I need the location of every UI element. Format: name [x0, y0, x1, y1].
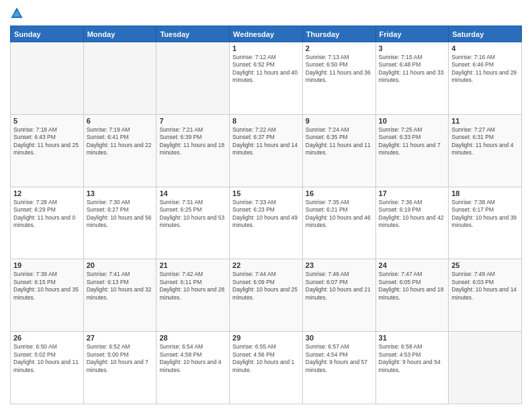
day-number: 18 [451, 189, 519, 197]
day-info: Sunrise: 7:46 AMSunset: 6:07 PMDaylight:… [306, 271, 373, 302]
calendar-cell: 1Sunrise: 7:12 AMSunset: 6:52 PMDaylight… [230, 42, 303, 115]
calendar-cell: 4Sunrise: 7:16 AMSunset: 6:46 PMDaylight… [449, 42, 522, 115]
calendar-cell: 11Sunrise: 7:27 AMSunset: 6:31 PMDayligh… [449, 114, 522, 187]
day-number: 22 [232, 261, 300, 269]
day-number: 15 [232, 189, 300, 197]
day-number: 21 [159, 261, 226, 269]
day-number: 31 [379, 334, 446, 342]
day-number: 13 [87, 189, 154, 197]
day-number: 24 [379, 261, 446, 269]
calendar-cell [83, 42, 157, 115]
calendar-cell: 13Sunrise: 7:30 AMSunset: 6:27 PMDayligh… [83, 187, 157, 259]
calendar-cell: 28Sunrise: 6:54 AMSunset: 4:58 PMDayligh… [157, 332, 230, 404]
day-info: Sunrise: 6:58 AMSunset: 4:53 PMDaylight:… [379, 343, 446, 374]
week-row-0: 1Sunrise: 7:12 AMSunset: 6:52 PMDaylight… [11, 42, 522, 115]
day-number: 17 [379, 189, 446, 197]
col-header-thursday: Thursday [302, 26, 375, 42]
day-info: Sunrise: 6:57 AMSunset: 4:54 PMDaylight:… [306, 343, 373, 374]
day-info: Sunrise: 6:55 AMSunset: 4:56 PMDaylight:… [232, 343, 300, 374]
day-info: Sunrise: 7:41 AMSunset: 6:13 PMDaylight:… [87, 271, 154, 302]
day-info: Sunrise: 7:39 AMSunset: 6:15 PMDaylight:… [13, 271, 81, 302]
day-info: Sunrise: 7:15 AMSunset: 6:48 PMDaylight:… [379, 54, 446, 85]
calendar-cell: 17Sunrise: 7:36 AMSunset: 6:19 PMDayligh… [375, 187, 449, 259]
col-header-sunday: Sunday [11, 26, 84, 42]
col-header-saturday: Saturday [449, 26, 522, 42]
day-info: Sunrise: 7:25 AMSunset: 6:33 PMDaylight:… [379, 126, 446, 157]
calendar-cell [157, 42, 230, 115]
calendar-cell: 8Sunrise: 7:22 AMSunset: 6:37 PMDaylight… [230, 114, 303, 187]
day-info: Sunrise: 7:35 AMSunset: 6:21 PMDaylight:… [306, 199, 373, 230]
calendar-cell: 15Sunrise: 7:33 AMSunset: 6:23 PMDayligh… [230, 187, 303, 259]
day-number: 20 [87, 261, 154, 269]
day-info: Sunrise: 7:36 AMSunset: 6:19 PMDaylight:… [379, 199, 446, 230]
calendar-cell: 5Sunrise: 7:18 AMSunset: 6:43 PMDaylight… [11, 114, 84, 187]
day-info: Sunrise: 7:13 AMSunset: 6:50 PMDaylight:… [306, 54, 373, 85]
week-row-2: 12Sunrise: 7:28 AMSunset: 6:29 PMDayligh… [11, 187, 522, 259]
col-header-monday: Monday [83, 26, 157, 42]
logo [10, 7, 26, 20]
day-info: Sunrise: 7:38 AMSunset: 6:17 PMDaylight:… [451, 199, 519, 230]
day-number: 30 [306, 334, 373, 342]
day-number: 1 [232, 44, 300, 52]
calendar-cell: 2Sunrise: 7:13 AMSunset: 6:50 PMDaylight… [302, 42, 375, 115]
day-number: 16 [306, 189, 373, 197]
day-number: 10 [379, 117, 446, 125]
header [10, 7, 522, 20]
logo-icon [10, 7, 24, 20]
calendar-cell: 3Sunrise: 7:15 AMSunset: 6:48 PMDaylight… [375, 42, 449, 115]
day-info: Sunrise: 7:47 AMSunset: 6:05 PMDaylight:… [379, 271, 446, 302]
day-info: Sunrise: 7:16 AMSunset: 6:46 PMDaylight:… [451, 54, 519, 85]
calendar-cell: 19Sunrise: 7:39 AMSunset: 6:15 PMDayligh… [11, 259, 84, 332]
calendar-cell: 26Sunrise: 6:50 AMSunset: 5:02 PMDayligh… [11, 332, 84, 404]
day-info: Sunrise: 7:18 AMSunset: 6:43 PMDaylight:… [13, 126, 81, 157]
calendar-cell: 21Sunrise: 7:42 AMSunset: 6:11 PMDayligh… [157, 259, 230, 332]
day-info: Sunrise: 7:22 AMSunset: 6:37 PMDaylight:… [232, 126, 300, 157]
day-number: 29 [232, 334, 300, 342]
week-row-3: 19Sunrise: 7:39 AMSunset: 6:15 PMDayligh… [11, 259, 522, 332]
calendar-cell: 18Sunrise: 7:38 AMSunset: 6:17 PMDayligh… [449, 187, 522, 259]
day-info: Sunrise: 7:33 AMSunset: 6:23 PMDaylight:… [232, 199, 300, 230]
day-number: 25 [451, 261, 519, 269]
day-info: Sunrise: 7:30 AMSunset: 6:27 PMDaylight:… [87, 199, 154, 230]
calendar-cell: 14Sunrise: 7:31 AMSunset: 6:25 PMDayligh… [157, 187, 230, 259]
day-info: Sunrise: 6:50 AMSunset: 5:02 PMDaylight:… [13, 343, 81, 374]
day-info: Sunrise: 7:21 AMSunset: 6:39 PMDaylight:… [159, 126, 226, 157]
day-info: Sunrise: 7:19 AMSunset: 6:41 PMDaylight:… [87, 126, 154, 157]
calendar-cell: 27Sunrise: 6:52 AMSunset: 5:00 PMDayligh… [83, 332, 157, 404]
calendar-table: SundayMondayTuesdayWednesdayThursdayFrid… [10, 26, 522, 404]
calendar-cell: 24Sunrise: 7:47 AMSunset: 6:05 PMDayligh… [375, 259, 449, 332]
week-row-1: 5Sunrise: 7:18 AMSunset: 6:43 PMDaylight… [11, 114, 522, 187]
calendar-cell: 22Sunrise: 7:44 AMSunset: 6:09 PMDayligh… [230, 259, 303, 332]
calendar-cell: 29Sunrise: 6:55 AMSunset: 4:56 PMDayligh… [230, 332, 303, 404]
calendar-cell: 30Sunrise: 6:57 AMSunset: 4:54 PMDayligh… [302, 332, 375, 404]
day-number: 3 [379, 44, 446, 52]
calendar-cell: 7Sunrise: 7:21 AMSunset: 6:39 PMDaylight… [157, 114, 230, 187]
day-info: Sunrise: 7:44 AMSunset: 6:09 PMDaylight:… [232, 271, 300, 302]
day-number: 6 [87, 117, 154, 125]
calendar-cell: 23Sunrise: 7:46 AMSunset: 6:07 PMDayligh… [302, 259, 375, 332]
calendar-cell [449, 332, 522, 404]
day-number: 9 [306, 117, 373, 125]
calendar-cell [11, 42, 84, 115]
calendar-cell: 9Sunrise: 7:24 AMSunset: 6:35 PMDaylight… [302, 114, 375, 187]
col-header-wednesday: Wednesday [230, 26, 303, 42]
day-info: Sunrise: 6:52 AMSunset: 5:00 PMDaylight:… [87, 343, 154, 374]
day-number: 2 [306, 44, 373, 52]
day-number: 4 [451, 44, 519, 52]
col-header-friday: Friday [375, 26, 449, 42]
week-row-4: 26Sunrise: 6:50 AMSunset: 5:02 PMDayligh… [11, 332, 522, 404]
calendar-cell: 25Sunrise: 7:49 AMSunset: 6:03 PMDayligh… [449, 259, 522, 332]
page: SundayMondayTuesdayWednesdayThursdayFrid… [0, 0, 532, 411]
day-number: 26 [13, 334, 81, 342]
day-info: Sunrise: 7:27 AMSunset: 6:31 PMDaylight:… [451, 126, 519, 157]
day-number: 19 [13, 261, 81, 269]
calendar-cell: 20Sunrise: 7:41 AMSunset: 6:13 PMDayligh… [83, 259, 157, 332]
day-number: 27 [87, 334, 154, 342]
day-info: Sunrise: 7:12 AMSunset: 6:52 PMDaylight:… [232, 54, 300, 85]
calendar-cell: 12Sunrise: 7:28 AMSunset: 6:29 PMDayligh… [11, 187, 84, 259]
day-info: Sunrise: 6:54 AMSunset: 4:58 PMDaylight:… [159, 343, 226, 374]
calendar-cell: 31Sunrise: 6:58 AMSunset: 4:53 PMDayligh… [375, 332, 449, 404]
day-number: 11 [451, 117, 519, 125]
calendar-cell: 6Sunrise: 7:19 AMSunset: 6:41 PMDaylight… [83, 114, 157, 187]
day-number: 28 [159, 334, 226, 342]
